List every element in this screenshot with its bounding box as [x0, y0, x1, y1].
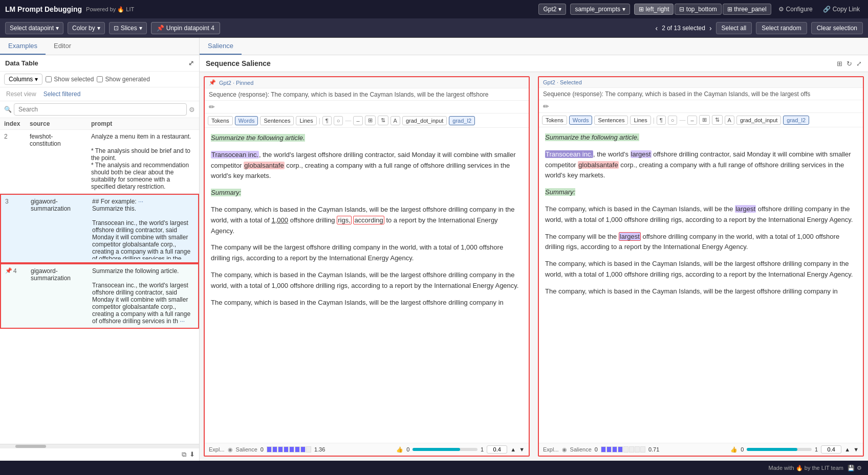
chevron-down-icon-2[interactable]: ▼ — [519, 446, 525, 453]
slices-dropdown[interactable]: ⊡ Slices ▾ — [109, 22, 147, 34]
dataset-selector[interactable]: sample_prompts ▾ — [570, 4, 630, 15]
clear-selection-button[interactable]: Clear selection — [811, 22, 863, 34]
chevron-up-icon[interactable]: ▲ — [510, 446, 516, 453]
chevron-down-icon-3[interactable]: ▼ — [853, 446, 859, 453]
tab-examples[interactable]: Examples — [0, 38, 46, 55]
header-icons: ⊞ ↻ ⤢ — [837, 60, 862, 67]
select-random-button[interactable]: Select random — [756, 22, 807, 34]
highlighted-largest-2[interactable]: largest — [735, 205, 756, 213]
token-btn-sentences-2[interactable]: Sentences — [594, 116, 628, 125]
token-icon-arrows[interactable]: ⇅ — [378, 116, 388, 125]
grad-l2-btn-2[interactable]: grad_l2 — [783, 116, 809, 125]
layout-top-bottom[interactable]: ⊟ top_bottom — [675, 4, 721, 15]
highlighted-transocean-2[interactable]: Transocean inc. — [545, 150, 593, 158]
token-btn-sentences[interactable]: Sentences — [260, 116, 294, 125]
grad-dot-input-btn[interactable]: grad_dot_input — [402, 116, 447, 125]
salience-score: 1.36 — [314, 446, 325, 453]
token-icon-2[interactable]: ○ — [334, 116, 343, 125]
salience-panels: 📌 Gpt2 · Pinned Sequence (response): The… — [200, 72, 868, 461]
token-icon-grid-2[interactable]: ⊞ — [699, 115, 710, 125]
prev-arrow[interactable]: ‹ — [655, 24, 658, 32]
show-generated-checkbox[interactable]: Show generated — [97, 76, 149, 83]
search-input[interactable] — [14, 103, 187, 116]
copy-icon[interactable]: ⧉ — [182, 450, 186, 459]
select-datapoint-dropdown[interactable]: Select datapoint ▾ — [5, 22, 63, 34]
progress-fill-2 — [747, 448, 797, 451]
chevron-down-icon: ▾ — [139, 25, 142, 32]
temp-input[interactable] — [487, 445, 507, 454]
unpin-button[interactable]: 📌 Unpin datapoint 4 — [151, 22, 220, 34]
chevron-up-icon-2[interactable]: ▲ — [844, 446, 850, 453]
token-btn-tokens-2[interactable]: Tokens — [542, 116, 567, 125]
gear-icon: ⚙ — [778, 6, 784, 13]
copy-link-button[interactable]: 🔗 Copy Link — [820, 4, 863, 14]
selection-nav: ‹ 2 of 13 selected › Select all Select r… — [655, 22, 863, 34]
temp-input-2[interactable] — [821, 445, 841, 454]
show-selected-checkbox[interactable]: Show selected — [46, 76, 94, 83]
link-icon: 🔗 — [823, 6, 831, 13]
reset-view-button[interactable]: Reset view — [4, 89, 38, 99]
highlighted-1000[interactable]: 1,000 — [272, 216, 289, 224]
token-icon-grid[interactable]: ⊞ — [365, 116, 376, 125]
layout-left-right[interactable]: ⊞ left_right — [634, 4, 674, 15]
table-row[interactable]: 📌4 gigaword-summarization Summarize the … — [0, 263, 199, 329]
token-icon-text-2[interactable]: A — [725, 116, 734, 125]
thumb-up-icon-2[interactable]: 👍 — [730, 446, 737, 453]
table-scroll-x[interactable] — [0, 444, 199, 448]
cell-index: 2 — [4, 133, 30, 140]
download-icon[interactable]: ⬇ — [189, 450, 195, 459]
thumb-up-icon[interactable]: 👍 — [396, 446, 403, 453]
highlighted-transocean[interactable]: Transocean inc. — [211, 151, 259, 159]
token-btn-tokens[interactable]: Tokens — [208, 116, 233, 125]
grad-l2-btn[interactable]: grad_l2 — [449, 116, 475, 125]
table-row[interactable]: 2 fewshot-constitution Analyze a menu it… — [0, 130, 199, 194]
chevron-down-icon: ▾ — [35, 76, 38, 83]
save-icon[interactable]: 💾 — [848, 465, 855, 471]
token-btn-lines-2[interactable]: Lines — [630, 116, 650, 125]
fullscreen-icon[interactable]: ⤢ — [856, 60, 862, 67]
sequence-text-row-2: Sequence (response): The company, which … — [539, 88, 863, 100]
tab-salience[interactable]: Salience — [200, 38, 242, 55]
boxed-largest-2[interactable]: largest — [619, 232, 641, 241]
next-arrow[interactable]: › — [709, 24, 712, 32]
grid-icon[interactable]: ⊞ — [837, 60, 842, 67]
table-body: 2 fewshot-constitution Analyze a menu it… — [0, 130, 199, 444]
edit-icon-2[interactable]: ✏ — [543, 102, 549, 110]
select-all-button[interactable]: Select all — [716, 22, 752, 34]
token-icon-2b[interactable]: ○ — [668, 116, 678, 125]
token-icon-minus[interactable]: – — [353, 116, 362, 125]
token-icon-text[interactable]: A — [390, 116, 400, 125]
highlighted-globalsantafe-2[interactable]: globalsantafe — [578, 161, 618, 169]
boxed-according[interactable]: according — [353, 216, 384, 224]
highlighted-largest[interactable]: largest — [631, 150, 652, 158]
token-btn-lines[interactable]: Lines — [296, 116, 316, 125]
expand-icon[interactable]: ⤢ — [188, 59, 194, 67]
model-selector[interactable]: Gpt2 ▾ — [538, 4, 566, 15]
highlighted-globalsantafe[interactable]: globalsantafe — [244, 162, 284, 169]
text-section-summary: Summary: — [211, 188, 523, 198]
configure-button[interactable]: ⚙ Configure — [775, 4, 816, 14]
salience-panel-selected: Gpt2 · Selected Sequence (response): The… — [538, 76, 864, 457]
columns-button[interactable]: Columns ▾ — [4, 74, 42, 85]
token-icon-1b[interactable]: ¶ — [657, 116, 666, 125]
salience-content-selected: Summarize the following article. Transoc… — [539, 127, 863, 443]
refresh-icon[interactable]: ↻ — [847, 60, 852, 67]
table-row[interactable]: 3 gigaword-summarization ## For example:… — [0, 194, 199, 263]
search-settings-icon[interactable]: ⚙ — [189, 106, 195, 114]
token-btn-words-2[interactable]: Words — [569, 116, 593, 125]
grad-dot-input-btn-2[interactable]: grad_dot_input — [736, 116, 781, 125]
layout-three-panel[interactable]: ⊞ three_panel — [723, 4, 771, 15]
second-bar: Select datapoint ▾ Color by ▾ ⊡ Slices ▾… — [0, 18, 868, 38]
token-icon-arrows-2[interactable]: ⇅ — [712, 115, 723, 125]
color-by-dropdown[interactable]: Color by ▾ — [68, 22, 105, 34]
token-icon-minus-2[interactable]: – — [687, 116, 697, 125]
tab-editor[interactable]: Editor — [46, 38, 79, 55]
boxed-rigs[interactable]: rigs, — [337, 216, 352, 224]
cell-index: 3 — [5, 198, 31, 205]
token-btn-words[interactable]: Words — [235, 116, 258, 125]
token-icon-1[interactable]: ¶ — [322, 116, 332, 125]
select-filtered-button[interactable]: Select filtered — [41, 89, 83, 99]
sequence-salience-title: Sequence Salience — [206, 59, 271, 67]
edit-icon[interactable]: ✏ — [209, 103, 215, 111]
settings-icon[interactable]: ⚙ — [857, 465, 862, 471]
